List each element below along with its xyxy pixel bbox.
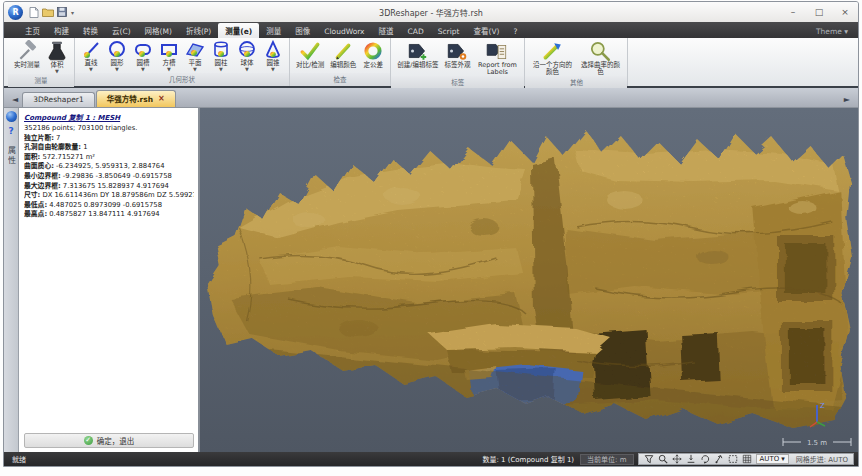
app-logo-icon[interactable]: R <box>8 5 23 20</box>
new-document-icon[interactable] <box>29 7 39 18</box>
gravity-icon[interactable] <box>686 454 696 464</box>
tab-polyline[interactable]: 折线(P) <box>179 23 218 38</box>
volume-button[interactable]: 体积 ▼ <box>43 39 71 74</box>
tag-report-icon <box>485 40 509 62</box>
ribbon: 实时测量 体积 ▼ 测量 直线▼ <box>4 38 858 88</box>
check-circle-icon: ✓ <box>84 436 93 445</box>
current-unit[interactable]: 当前单位: m <box>580 454 633 465</box>
zoom-select-icon[interactable] <box>658 454 668 464</box>
qat-customize-caret[interactable]: ▾ <box>71 9 74 16</box>
scale-label: 1.5 m <box>807 439 827 447</box>
selection-box-icon[interactable] <box>728 454 738 464</box>
cone-icon <box>263 40 283 60</box>
tab-script[interactable]: Script <box>431 25 467 38</box>
hammer-icon <box>16 40 38 62</box>
doc-tab-active[interactable]: 华强方特.rsh × <box>96 90 176 107</box>
tab-measure2[interactable]: 测量 <box>259 23 288 38</box>
window-controls: – □ × <box>780 4 858 20</box>
tab-cloud[interactable]: 云(C) <box>105 23 138 38</box>
tab-tunnel[interactable]: 隧道 <box>372 23 401 38</box>
save-icon[interactable] <box>57 7 67 17</box>
tab-scroll-left-icon[interactable]: ◄ <box>8 95 22 107</box>
plane-button[interactable]: 平面▼ <box>182 39 208 73</box>
mesh-title: Compound 复制 1 : MESH <box>24 112 194 122</box>
chevron-down-icon: ▾ <box>781 455 785 464</box>
tab-view[interactable]: 查看(V) <box>466 23 506 38</box>
panel-line: 最高点: 0.4875827 13.847111 4.917694 <box>24 210 194 220</box>
theme-menu[interactable]: Theme ▾ <box>812 25 852 38</box>
info-sphere-icon[interactable] <box>6 111 17 122</box>
snap-icon[interactable] <box>714 454 724 464</box>
panel-line: 孔洞自由轮廓数量: 1 <box>24 143 194 153</box>
side-rail: ? 属性 <box>4 108 19 452</box>
circle-button[interactable]: 圆形▼ <box>104 39 130 73</box>
status-bar: 就绪 数量: 1 (Compound 复制 1) 当前单位: m AUTO ▾ … <box>4 452 858 466</box>
check-icon <box>299 40 321 62</box>
chevron-down-icon[interactable]: ▼ <box>89 67 93 72</box>
tab-mesh[interactable]: 网格(M) <box>138 23 179 38</box>
document-tab-bar: ◄ 3DReshaper1 华强方特.rsh × ► <box>4 88 858 108</box>
chevron-down-icon[interactable]: ▼ <box>141 67 145 72</box>
cylinder-button[interactable]: 圆柱▼ <box>208 39 234 73</box>
group-label-measure: 测量 <box>8 74 74 87</box>
edit-colors-button[interactable]: 编辑颜色 <box>327 39 359 73</box>
properties-rail-tab[interactable]: 属性 <box>6 146 17 166</box>
rectangular-slot-button[interactable]: 方槽▼ <box>156 39 182 73</box>
tab-cloudworx[interactable]: CloudWorx <box>317 25 371 38</box>
maximize-button[interactable]: □ <box>806 4 832 20</box>
tab-help[interactable]: ? <box>506 25 524 38</box>
open-folder-icon[interactable] <box>42 7 54 17</box>
color-along-direction-button[interactable]: 沿一个方向的颜色 <box>528 39 576 76</box>
panel-line: 最小边界框: -9.29836 -3.850649 -0.6915758 <box>24 172 194 182</box>
minimize-button[interactable]: – <box>780 4 806 20</box>
rotate-icon[interactable] <box>700 454 710 464</box>
tab-home[interactable]: 主页 <box>18 23 47 38</box>
tab-close-icon[interactable]: × <box>158 94 165 103</box>
mesh-3d-model[interactable] <box>200 108 858 452</box>
chevron-down-icon[interactable]: ▼ <box>167 67 171 72</box>
slope-color-button[interactable]: 选择曲率的颜色 <box>576 39 624 76</box>
tab-cad[interactable]: CAD <box>401 25 431 38</box>
pencil-icon <box>332 40 354 62</box>
chevron-down-icon[interactable]: ▼ <box>245 67 249 72</box>
chevron-down-icon[interactable]: ▼ <box>219 67 223 72</box>
help-icon[interactable]: ? <box>8 126 13 136</box>
tab-transform[interactable]: 转换 <box>76 23 105 38</box>
chevron-down-icon[interactable]: ▼ <box>115 67 119 72</box>
move-icon[interactable] <box>672 454 682 464</box>
cone-button[interactable]: 圆锥▼ <box>260 39 286 73</box>
viewport-3d[interactable]: Z 1.5 m <box>200 108 858 452</box>
chevron-down-icon[interactable]: ▼ <box>193 67 197 72</box>
live-measure-button[interactable]: 实时测量 <box>11 39 43 74</box>
ribbon-group-inspect: 对比/检测 编辑颜色 定公差 检查 <box>290 38 391 86</box>
ribbon-group-geometry: 直线▼ 圆形▼ 圆槽▼ <box>75 38 290 86</box>
panel-line: 曲面质心: -6.234925, 5.959313, 2.884764 <box>24 162 194 172</box>
auto-scale-dropdown[interactable]: AUTO ▾ <box>756 454 789 464</box>
grid-icon[interactable] <box>742 454 752 464</box>
filter-icon[interactable] <box>644 454 654 464</box>
report-from-labels-button[interactable]: Report from Labels <box>473 39 521 76</box>
app-window: R ▾ 3DReshaper - 华强方特.rsh – □ × 主页 构建 转换… <box>3 1 859 467</box>
beaker-icon <box>46 40 68 62</box>
tab-measure-active[interactable]: 测量(e) <box>218 23 259 38</box>
close-button[interactable]: × <box>832 4 858 20</box>
create-edit-label-button[interactable]: 创建/编辑标签 <box>394 39 441 76</box>
compare-inspect-button[interactable]: 对比/检测 <box>293 39 327 73</box>
chevron-down-icon[interactable]: ▼ <box>271 67 275 72</box>
circular-slot-button[interactable]: 圆槽▼ <box>130 39 156 73</box>
tab-construct[interactable]: 构建 <box>47 23 76 38</box>
status-ready: 就绪 <box>12 454 26 464</box>
line-icon <box>81 40 101 60</box>
magnifier-icon <box>588 40 612 62</box>
tab-scroll-right-icon[interactable]: ► <box>840 95 854 107</box>
tab-image[interactable]: 图像 <box>288 23 317 38</box>
sphere-button[interactable]: 球体▼ <box>234 39 260 73</box>
sphere-icon <box>237 40 257 60</box>
line-button[interactable]: 直线▼ <box>78 39 104 73</box>
label-appearance-button[interactable]: 标签外观 <box>441 39 473 76</box>
doc-tab-inactive[interactable]: 3DReshaper1 <box>22 92 95 107</box>
tolerance-button[interactable]: 定公差 <box>359 39 387 73</box>
confirm-exit-button[interactable]: ✓ 确定，退出 <box>24 433 194 448</box>
properties-panel: Compound 复制 1 : MESH 352186 points; 7031… <box>19 108 200 452</box>
group-label-geometry: 几何形状 <box>75 73 289 86</box>
